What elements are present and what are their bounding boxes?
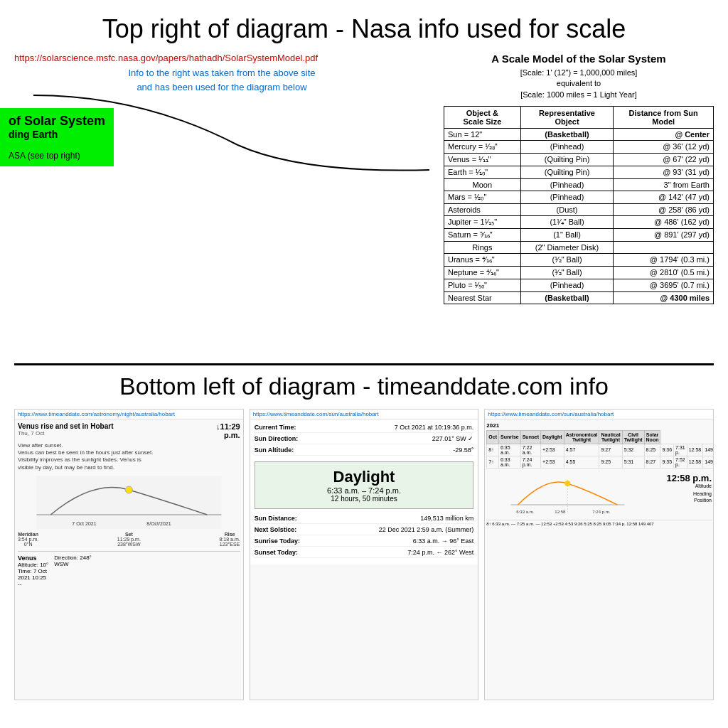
sun-direction-value: 227.01° SW ✓ [432, 435, 474, 442]
daylight-url[interactable]: https://www.timeanddate.com/sun/australi… [250, 410, 478, 419]
venus-time: ↓11:29p.m. [216, 422, 240, 439]
table-row: Mars = ¹⁄₂₀" (Pinhead) @ 142' (47 yd) [444, 191, 714, 204]
venus-arc-chart: 7 Oct 2021 8/Oct/2021 [18, 476, 240, 529]
venus-url[interactable]: https://www.timeanddate.com/astronomy/ni… [15, 410, 243, 419]
heading-row: Heading [655, 491, 712, 496]
sun-distance-label: Sun Distance: [255, 515, 326, 522]
position-row: Position [655, 498, 712, 503]
table-row: Nearest Star (Basketball) @ 4300 miles [444, 292, 714, 304]
sun-direction-label: Sun Direction: [255, 435, 326, 442]
current-time-value: 7 Oct 2021 at 10:19:36 p.m. [395, 424, 474, 431]
sunrise-row: Sunrise Today: 6:33 a.m. → 96° East [255, 537, 474, 547]
venus-footer: Meridian 3:54 p.m. 0°N Set 11:29 p.m. 23… [18, 532, 240, 547]
sun-data-table: Oct Sunrise Sunset Daylight Astronomical… [486, 430, 714, 469]
altitude-label: Altitude [655, 483, 712, 488]
next-solstice-row: Next Solstice: 22 Dec 2021 2:59 a.m. (Su… [255, 526, 474, 535]
daylight-duration: 12 hours, 50 minutes [261, 495, 468, 503]
daylight-title: Daylight [261, 468, 468, 486]
sun-direction-row: Sun Direction: 227.01° SW ✓ [255, 435, 474, 444]
sun-altitude-row: Sun Altitude: -29.58° [255, 446, 474, 456]
sunrise-value: 6:33 a.m. → 96° East [413, 537, 474, 545]
bottom-section: Bottom left of diagram - timeanddate.com… [14, 365, 714, 714]
next-solstice-value: 22 Dec 2021 2:59 a.m. (Summer) [379, 526, 474, 533]
svg-text:12:58: 12:58 [555, 510, 567, 514]
top-left-area: https://solarscience.msfc.nasa.gov/paper… [14, 53, 429, 166]
col-header-rep: RepresentativeObject [520, 107, 614, 129]
daylight-content: Current Time: 7 Oct 2021 at 10:19:36 p.m… [250, 419, 478, 564]
daylight-box: Daylight 6:33 a.m. – 7:24 p.m. 12 hours,… [255, 461, 474, 509]
svg-rect-0 [36, 476, 221, 529]
venus-info: Venus Altitude: 10° Time: 7 Oct2021 10:2… [18, 551, 240, 587]
table-row: Moon (Pinhead) 3" from Earth [444, 179, 714, 191]
table-row: Venus = ¹⁄₁₁" (Quilting Pin) @ 67' (22 y… [444, 154, 714, 166]
col-header-object: Object &Scale Size [444, 107, 521, 129]
svg-text:8/Oct/2021: 8/Oct/2021 [146, 521, 171, 526]
venus-header: Venus rise and set in Hobart Thu, 7 Oct … [18, 422, 240, 439]
sun-table-content: 2021 Oct Sunrise Sunset Daylight Astrono… [485, 419, 713, 528]
sun-distance-value: 149,513 million km [420, 515, 473, 522]
table-row: Jupiter = 1¹⁄₁₅" (1¹⁄₄" Ball) @ 486' (16… [444, 216, 714, 229]
sun-table-url[interactable]: https://www.timeanddate.com/sun/australi… [485, 410, 713, 419]
scale-model-panel: A Scale Model of the Solar System [Scale… [444, 53, 714, 304]
venus-panel: https://www.timeanddate.com/astronomy/ni… [14, 409, 244, 701]
scale-model-subtitle: [Scale: 1' (12") = 1,000,000 miles] equi… [444, 68, 714, 100]
curve-diagram [14, 88, 429, 173]
col-header-dist: Distance from SunModel [614, 107, 714, 129]
sun-clock-info: 12:58 p.m. Altitude Heading Position [655, 473, 712, 517]
sunset-value: 7:24 p.m. ← 262° West [407, 549, 473, 556]
sunset-label: Sunset Today: [255, 549, 326, 556]
sunset-row: Sunset Today: 7:24 p.m. ← 262° West [255, 549, 474, 558]
venus-description: View after sunset.Venus can best be seen… [18, 442, 240, 472]
table-row: Mercury = ¹⁄₂₈" (Pinhead) @ 36' (12 yd) [444, 141, 714, 154]
sun-mini-arc: 6:33 a.m. 12:58 7:24 p.m. [486, 473, 649, 517]
scale-model-table: Object &Scale Size RepresentativeObject … [444, 106, 714, 304]
top-title: Top right of diagram - Nasa info used fo… [14, 14, 714, 44]
table-row: Asteroids (Dust) @ 258' (86 yd) [444, 204, 714, 216]
daylight-panel: https://www.timeanddate.com/sun/australi… [250, 409, 479, 701]
svg-text:7:24 p.m.: 7:24 p.m. [593, 510, 611, 514]
venus-title: Venus rise and set in Hobart [18, 422, 113, 430]
table-row: Sun = 12" (Basketball) @ Center [444, 129, 714, 141]
main-container: Top right of diagram - Nasa info used fo… [0, 0, 728, 728]
bottom-title: Bottom left of diagram - timeanddate.com… [14, 373, 714, 400]
next-solstice-label: Next Solstice: [255, 526, 326, 533]
svg-text:6:33 a.m.: 6:33 a.m. [517, 510, 535, 514]
sun-table-panel: https://www.timeanddate.com/sun/australi… [484, 409, 714, 701]
daylight-time: 6:33 a.m. – 7:24 p.m. [261, 486, 468, 495]
svg-text:7 Oct 2021: 7 Oct 2021 [72, 521, 96, 526]
sun-distance-row: Sun Distance: 149,513 million km [255, 515, 474, 524]
top-section: Top right of diagram - Nasa info used fo… [14, 14, 714, 365]
sun-altitude-value: -29.58° [453, 446, 473, 454]
sun-clock-area: 6:33 a.m. 12:58 7:24 p.m. 12:58 p.m. Alt… [486, 473, 712, 517]
sun-altitude-label: Sun Altitude: [255, 446, 326, 454]
bottom-panels: https://www.timeanddate.com/astronomy/ni… [14, 409, 714, 701]
nasa-url-link[interactable]: https://solarscience.msfc.nasa.gov/paper… [14, 53, 429, 63]
svg-point-2 [125, 486, 132, 493]
table-row: Neptune = ⁴⁄₁₆" (¹⁄₂" Ball) @ 2810' (0.5… [444, 267, 714, 279]
current-time-row: Current Time: 7 Oct 2021 at 10:19:36 p.m… [255, 424, 474, 433]
table-row: 8↑ 6:35 a.m. 7:22 a.m. +2:53 4:57 9:27 5… [487, 444, 714, 456]
venus-date: Thu, 7 Oct [18, 430, 113, 437]
venus-content: Venus rise and set in Hobart Thu, 7 Oct … [15, 419, 243, 591]
sun-clock-time: 12:58 p.m. [655, 473, 712, 483]
time-bar: 8↑ 6:33 a.m. — 7:25 a.m. — 12:53 +2:53 4… [486, 520, 712, 526]
current-time-label: Current Time: [255, 424, 326, 431]
table-row: 7↑ 6:33 a.m. 7:24 p.m. +2:53 4:55 9:25 5… [487, 456, 714, 468]
sunrise-label: Sunrise Today: [255, 537, 326, 545]
sun-year: 2021 [486, 421, 712, 430]
scale-model-title: A Scale Model of the Solar System [444, 53, 714, 65]
table-row: Earth = ¹⁄₁₀" (Quilting Pin) @ 93' (31 y… [444, 166, 714, 179]
table-row: Pluto = ¹⁄₅₀" (Pinhead) @ 3695' (0.7 mi.… [444, 279, 714, 292]
table-row: Uranus = ⁴⁄₁₆" (¹⁄₂" Ball) @ 1794' (0.3 … [444, 254, 714, 267]
top-content: https://solarscience.msfc.nasa.gov/paper… [14, 53, 714, 304]
table-row: Saturn = ⁵⁄₁₆" (1" Ball) @ 891' (297 yd) [444, 229, 714, 242]
table-row: Rings (2" Diameter Disk) [444, 242, 714, 254]
table-header-row: Oct Sunrise Sunset Daylight Astronomical… [487, 430, 714, 444]
